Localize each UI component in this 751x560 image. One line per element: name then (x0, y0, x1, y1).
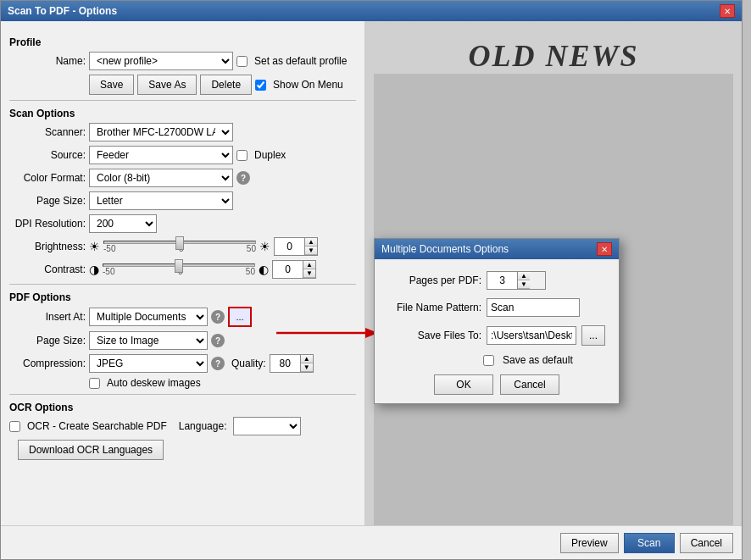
compression-select[interactable]: JPEG (89, 354, 208, 373)
save-as-button[interactable]: Save As (137, 75, 197, 95)
pdf-options-label: PDF Options (9, 291, 356, 303)
ocr-options-label: OCR Options (9, 402, 356, 413)
insert-at-select[interactable]: Multiple Documents (89, 308, 208, 326)
insert-at-info-icon: ? (211, 310, 225, 324)
dpi-label: DPI Resolution: (9, 218, 86, 230)
cancel-button[interactable]: Cancel (680, 533, 733, 553)
brightness-row: Brightness: ☀ -50 0 50 ☀ ▲ (9, 237, 356, 256)
scanner-select[interactable]: Brother MFC-L2700DW LAN (89, 123, 233, 141)
brightness-min-icon: ☀ (89, 240, 100, 253)
contrast-slider[interactable] (103, 263, 255, 267)
pages-down[interactable]: ▼ (518, 280, 530, 289)
file-name-input[interactable] (487, 298, 580, 317)
modal-close-button[interactable]: ✕ (597, 242, 612, 256)
scanner-row: Scanner: Brother MFC-L2700DW LAN (9, 123, 356, 141)
brightness-spinner[interactable]: ▲ ▼ (274, 237, 318, 256)
page-size-select[interactable]: Letter (89, 191, 233, 210)
contrast-label: Contrast: (9, 263, 86, 275)
modal-body: Pages per PDF: ▲ ▼ File Name Pattern: Sa… (375, 259, 619, 403)
set-default-checkbox[interactable] (236, 56, 248, 67)
pages-per-pdf-value[interactable] (487, 272, 517, 289)
preview-button[interactable]: Preview (560, 533, 619, 553)
auto-deskew-row: Auto deskew images (89, 377, 356, 389)
duplex-label: Duplex (254, 149, 286, 161)
contrast-min-icon: ◑ (89, 263, 99, 276)
left-panel: Profile Name: <new profile> Set as defau… (1, 21, 365, 559)
modal-title: Multiple Documents Options (381, 243, 509, 255)
brightness-up[interactable]: ▲ (305, 238, 317, 247)
preview-header: OLD NEWS (468, 38, 638, 74)
language-select[interactable] (233, 417, 301, 435)
color-format-info-icon: ? (236, 171, 250, 185)
contrast-up[interactable]: ▲ (303, 261, 315, 269)
save-button[interactable]: Save (89, 75, 134, 95)
duplex-checkbox[interactable] (236, 150, 248, 161)
quality-label: Quality: (231, 358, 266, 369)
modal-ok-button[interactable]: OK (434, 374, 493, 395)
download-ocr-row: Download OCR Languages (18, 440, 356, 460)
show-on-menu-checkbox[interactable] (255, 80, 266, 91)
brightness-max-icon: ☀ (259, 240, 270, 253)
ocr-checkbox[interactable] (9, 421, 20, 432)
window-title: Scan To PDF - Options (8, 5, 117, 17)
pages-per-pdf-spinner-btns: ▲ ▼ (517, 272, 530, 289)
profile-name-row: Name: <new profile> Set as default profi… (9, 52, 356, 70)
contrast-spinner[interactable]: ▲ ▼ (272, 260, 316, 279)
modal-cancel-button[interactable]: Cancel (500, 374, 559, 395)
contrast-max-icon: ◐ (259, 263, 269, 276)
quality-down[interactable]: ▼ (301, 363, 313, 372)
title-bar: Scan To PDF - Options ✕ (1, 1, 742, 21)
contrast-down[interactable]: ▼ (303, 269, 315, 278)
close-button[interactable]: ✕ (720, 4, 735, 18)
dots-button[interactable]: ... (228, 307, 252, 327)
delete-button[interactable]: Delete (200, 75, 252, 95)
contrast-value[interactable] (273, 261, 303, 278)
save-as-default-checkbox[interactable] (483, 355, 494, 366)
scanner-label: Scanner: (9, 126, 86, 138)
pages-per-pdf-spinner[interactable]: ▲ ▼ (487, 271, 546, 290)
scan-options-label: Scan Options (9, 108, 356, 119)
save-files-path[interactable] (487, 326, 576, 345)
source-row: Source: Feeder Duplex (9, 146, 356, 164)
brightness-slider[interactable] (103, 241, 256, 244)
brightness-spinner-btns: ▲ ▼ (304, 238, 317, 255)
scan-button[interactable]: Scan (624, 533, 675, 553)
quality-spinner[interactable]: ▲ ▼ (270, 354, 314, 373)
compression-info-icon: ? (211, 357, 225, 370)
save-files-row: Save Files To: ... (388, 325, 605, 346)
brightness-value[interactable] (275, 238, 304, 255)
modal-dialog: Multiple Documents Options ✕ Pages per P… (374, 238, 620, 404)
profile-buttons-row: Save Save As Delete Show On Menu (89, 75, 356, 95)
dpi-select[interactable]: 200 (89, 214, 157, 233)
compression-label: Compression: (9, 358, 86, 369)
color-format-label: Color Format: (9, 172, 86, 184)
page-size-row: Page Size: Letter (9, 191, 356, 210)
dpi-row: DPI Resolution: 200 (9, 214, 356, 233)
source-select[interactable]: Feeder (89, 146, 233, 164)
quality-value[interactable] (270, 355, 300, 372)
ocr-row: OCR - Create Searchable PDF Language: (9, 417, 356, 435)
download-ocr-button[interactable]: Download OCR Languages (18, 440, 164, 460)
file-name-label: File Name Pattern: (388, 302, 481, 313)
brightness-down[interactable]: ▼ (305, 247, 317, 255)
pdf-page-size-label: Page Size: (9, 335, 86, 347)
source-label: Source: (9, 149, 86, 161)
save-as-default-label: Save as default (503, 354, 573, 366)
profile-name-select[interactable]: <new profile> (89, 52, 233, 70)
save-files-label: Save Files To: (388, 330, 481, 341)
contrast-spinner-btns: ▲ ▼ (303, 261, 315, 278)
bottom-bar: Preview Scan Cancel (1, 525, 742, 559)
brightness-label: Brightness: (9, 241, 86, 252)
save-files-browse-button[interactable]: ... (581, 325, 605, 346)
pages-up[interactable]: ▲ (518, 272, 530, 280)
auto-deskew-checkbox[interactable] (89, 378, 100, 389)
quality-up[interactable]: ▲ (301, 355, 313, 363)
compression-row: Compression: JPEG ? Quality: ▲ ▼ (9, 354, 356, 373)
auto-deskew-label: Auto deskew images (107, 377, 201, 389)
set-default-label: Set as default profile (254, 55, 347, 67)
main-window: Scan To PDF - Options ✕ Profile Name: <n… (0, 0, 743, 560)
color-format-select[interactable]: Color (8-bit) (89, 169, 233, 187)
red-arrow (276, 324, 378, 341)
pdf-page-size-select[interactable]: Size to Image (89, 331, 208, 350)
language-label: Language: (179, 420, 227, 432)
